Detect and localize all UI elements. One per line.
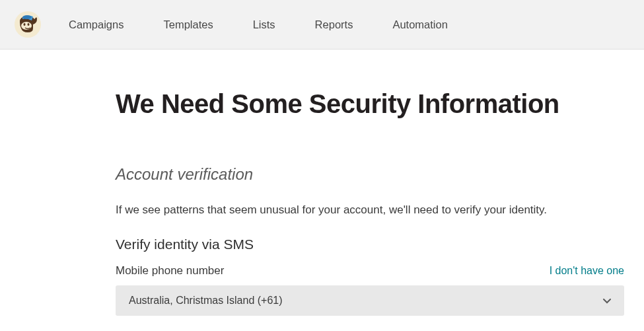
section-description: If we see patterns that seem unusual for…	[116, 203, 627, 217]
phone-label-row: Mobile phone number I don't have one	[116, 264, 624, 277]
svg-point-4	[22, 15, 32, 19]
nav-templates[interactable]: Templates	[163, 18, 213, 31]
nav-reports[interactable]: Reports	[315, 18, 353, 31]
page-title: We Need Some Security Information	[116, 89, 627, 119]
phone-label: Mobile phone number	[116, 264, 224, 277]
mailchimp-logo-icon[interactable]	[13, 10, 42, 39]
section-subheading: Account verification	[116, 165, 627, 184]
nav-links: Campaigns Templates Lists Reports Automa…	[69, 18, 448, 31]
country-select[interactable]: Australia, Christmas Island (+61)	[116, 285, 624, 316]
svg-point-2	[24, 23, 26, 26]
main-content: We Need Some Security Information Accoun…	[0, 50, 627, 316]
chevron-down-icon	[603, 295, 611, 306]
svg-point-3	[28, 23, 30, 26]
country-selected-value: Australia, Christmas Island (+61)	[129, 295, 283, 307]
nav-lists[interactable]: Lists	[253, 18, 275, 31]
top-nav: Campaigns Templates Lists Reports Automa…	[0, 0, 644, 50]
verify-method-title: Verify identity via SMS	[116, 237, 627, 252]
nav-automation[interactable]: Automation	[392, 18, 447, 31]
nav-campaigns[interactable]: Campaigns	[69, 18, 124, 31]
skip-phone-link[interactable]: I don't have one	[550, 265, 624, 277]
